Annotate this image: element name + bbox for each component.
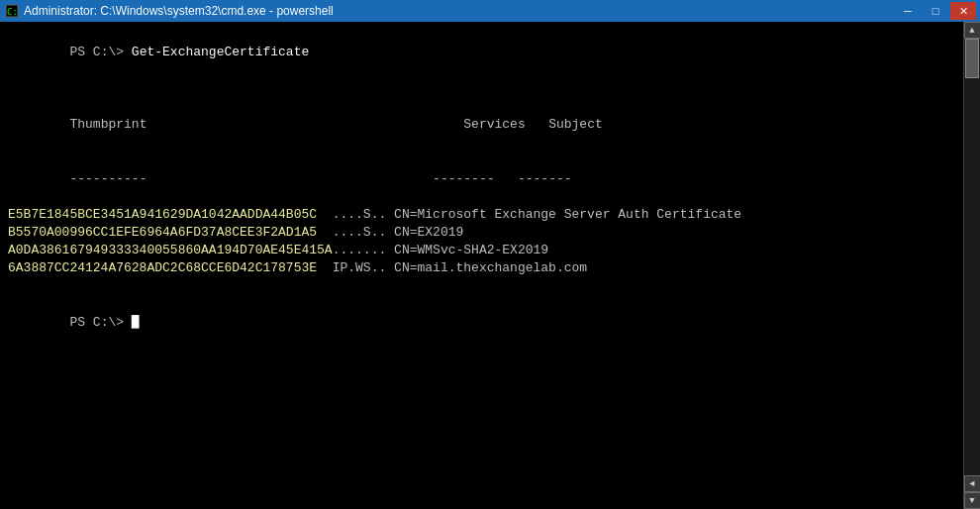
vertical-scrollbar[interactable]: ▲ ◄ ▼ — [963, 22, 980, 509]
table-row: E5B7E1845BCE3451A941629DA1042AADDA44B05C… — [8, 206, 955, 224]
window-title: Administrator: C:\Windows\system32\cmd.e… — [24, 4, 895, 18]
scroll-down-arrow[interactable]: ▼ — [964, 492, 981, 509]
thumbprint-value: E5B7E1845BCE3451A941629DA1042AADDA44B05C — [8, 207, 333, 222]
col-services-header: Services — [463, 117, 525, 132]
thumbprint-value: B5570A00996CC1EFE6964A6FD37A8CEE3F2AD1A5 — [8, 225, 333, 240]
services-value: ....S.. — [333, 207, 394, 222]
restore-button[interactable]: □ — [923, 2, 948, 20]
services-value: ....S.. — [333, 225, 394, 240]
services-value: ....... — [333, 243, 394, 257]
prompt-2: PS C:\> — [69, 315, 131, 330]
terminal-output[interactable]: PS C:\> Get-ExchangeCertificate Thumbpri… — [0, 22, 963, 509]
col-subject-header: Subject — [548, 117, 603, 132]
certificate-table: E5B7E1845BCE3451A941629DA1042AADDA44B05C… — [8, 206, 955, 278]
table-headers: Thumbprint Services Subject — [8, 98, 955, 153]
table-row: 6A3887CC24124A7628ADC2C68CCE6D42C178753E… — [8, 259, 955, 277]
final-prompt-line: PS C:\> █ — [8, 296, 955, 351]
prompt-1: PS C:\> — [69, 45, 131, 59]
sep-thumbprint: ---------- — [69, 171, 147, 186]
table-separators: ---------- -------- ------- — [8, 152, 955, 206]
blank-line-1 — [8, 80, 955, 98]
subject-value: CN=Microsoft Exchange Server Auth Certif… — [394, 207, 741, 222]
scroll-thumb[interactable] — [965, 39, 979, 78]
titlebar: C: Administrator: C:\Windows\system32\cm… — [0, 0, 980, 22]
svg-text:C:: C: — [7, 7, 18, 17]
table-row: B5570A00996CC1EFE6964A6FD37A8CEE3F2AD1A5… — [8, 224, 955, 242]
close-button[interactable]: ✕ — [950, 2, 976, 20]
subject-value: CN=WMSvc-SHA2-EX2019 — [394, 243, 548, 257]
scroll-expand-arrow[interactable]: ◄ — [964, 475, 981, 492]
subject-value: CN=EX2019 — [394, 225, 463, 240]
scroll-up-arrow[interactable]: ▲ — [964, 22, 981, 39]
blank-line-2 — [8, 278, 955, 296]
col-thumbprint-header: Thumbprint — [69, 117, 147, 132]
command-line: PS C:\> Get-ExchangeCertificate — [8, 26, 955, 80]
minimize-button[interactable]: ─ — [895, 2, 921, 20]
scroll-track[interactable] — [964, 39, 980, 475]
window: C: Administrator: C:\Windows\system32\cm… — [0, 0, 980, 509]
command-text: Get-ExchangeCertificate — [132, 45, 309, 59]
services-value: IP.WS.. — [333, 260, 394, 275]
subject-value: CN=mail.thexchangelab.com — [394, 260, 587, 275]
table-row: A0DA386167949333340055860AA194D70AE45E41… — [8, 242, 955, 259]
thumbprint-value: 6A3887CC24124A7628ADC2C68CCE6D42C178753E — [8, 260, 333, 275]
sep-subject: ------- — [518, 171, 572, 186]
app-icon: C: — [4, 3, 20, 19]
thumbprint-value: A0DA386167949333340055860AA194D70AE45E41… — [8, 243, 333, 257]
sep-services: -------- — [433, 171, 494, 186]
window-controls: ─ □ ✕ — [895, 2, 976, 20]
terminal-body: PS C:\> Get-ExchangeCertificate Thumbpri… — [0, 22, 980, 509]
cursor-block: █ — [132, 315, 140, 330]
